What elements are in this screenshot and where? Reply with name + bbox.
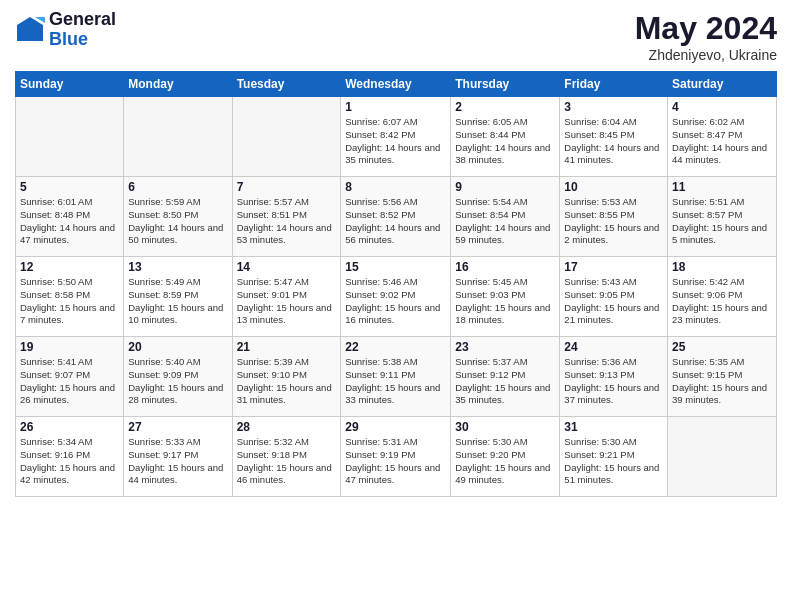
day-number: 16 [455, 260, 555, 274]
day-number: 19 [20, 340, 119, 354]
day-number: 1 [345, 100, 446, 114]
day-info: Sunrise: 5:43 AM Sunset: 9:05 PM Dayligh… [564, 276, 663, 327]
day-of-week-header: Friday [560, 72, 668, 97]
calendar-day-cell [668, 417, 777, 497]
day-info: Sunrise: 5:54 AM Sunset: 8:54 PM Dayligh… [455, 196, 555, 247]
day-info: Sunrise: 5:46 AM Sunset: 9:02 PM Dayligh… [345, 276, 446, 327]
logo-blue: Blue [49, 30, 116, 50]
calendar-day-cell: 17Sunrise: 5:43 AM Sunset: 9:05 PM Dayli… [560, 257, 668, 337]
day-number: 10 [564, 180, 663, 194]
calendar-day-cell: 16Sunrise: 5:45 AM Sunset: 9:03 PM Dayli… [451, 257, 560, 337]
day-number: 4 [672, 100, 772, 114]
day-info: Sunrise: 5:35 AM Sunset: 9:15 PM Dayligh… [672, 356, 772, 407]
page-container: General Blue May 2024 Zhdeniyevo, Ukrain… [0, 0, 792, 507]
day-number: 27 [128, 420, 227, 434]
day-number: 26 [20, 420, 119, 434]
calendar-week-row: 5Sunrise: 6:01 AM Sunset: 8:48 PM Daylig… [16, 177, 777, 257]
day-info: Sunrise: 5:49 AM Sunset: 8:59 PM Dayligh… [128, 276, 227, 327]
day-number: 15 [345, 260, 446, 274]
day-number: 12 [20, 260, 119, 274]
calendar-day-cell: 2Sunrise: 6:05 AM Sunset: 8:44 PM Daylig… [451, 97, 560, 177]
calendar-day-cell: 12Sunrise: 5:50 AM Sunset: 8:58 PM Dayli… [16, 257, 124, 337]
calendar-day-cell: 18Sunrise: 5:42 AM Sunset: 9:06 PM Dayli… [668, 257, 777, 337]
day-of-week-header: Wednesday [341, 72, 451, 97]
logo-general: General [49, 10, 116, 30]
day-number: 17 [564, 260, 663, 274]
calendar-week-row: 12Sunrise: 5:50 AM Sunset: 8:58 PM Dayli… [16, 257, 777, 337]
calendar-week-row: 26Sunrise: 5:34 AM Sunset: 9:16 PM Dayli… [16, 417, 777, 497]
day-number: 28 [237, 420, 337, 434]
day-info: Sunrise: 5:40 AM Sunset: 9:09 PM Dayligh… [128, 356, 227, 407]
calendar-day-cell: 10Sunrise: 5:53 AM Sunset: 8:55 PM Dayli… [560, 177, 668, 257]
calendar-day-cell: 15Sunrise: 5:46 AM Sunset: 9:02 PM Dayli… [341, 257, 451, 337]
calendar-day-cell: 31Sunrise: 5:30 AM Sunset: 9:21 PM Dayli… [560, 417, 668, 497]
day-info: Sunrise: 5:33 AM Sunset: 9:17 PM Dayligh… [128, 436, 227, 487]
day-info: Sunrise: 5:32 AM Sunset: 9:18 PM Dayligh… [237, 436, 337, 487]
calendar: SundayMondayTuesdayWednesdayThursdayFrid… [15, 71, 777, 497]
calendar-day-cell: 7Sunrise: 5:57 AM Sunset: 8:51 PM Daylig… [232, 177, 341, 257]
calendar-day-cell: 22Sunrise: 5:38 AM Sunset: 9:11 PM Dayli… [341, 337, 451, 417]
day-info: Sunrise: 6:05 AM Sunset: 8:44 PM Dayligh… [455, 116, 555, 167]
day-info: Sunrise: 5:59 AM Sunset: 8:50 PM Dayligh… [128, 196, 227, 247]
day-info: Sunrise: 5:39 AM Sunset: 9:10 PM Dayligh… [237, 356, 337, 407]
calendar-day-cell: 9Sunrise: 5:54 AM Sunset: 8:54 PM Daylig… [451, 177, 560, 257]
day-number: 14 [237, 260, 337, 274]
day-info: Sunrise: 5:38 AM Sunset: 9:11 PM Dayligh… [345, 356, 446, 407]
calendar-day-cell: 5Sunrise: 6:01 AM Sunset: 8:48 PM Daylig… [16, 177, 124, 257]
day-number: 29 [345, 420, 446, 434]
day-number: 3 [564, 100, 663, 114]
day-info: Sunrise: 5:30 AM Sunset: 9:20 PM Dayligh… [455, 436, 555, 487]
title-block: May 2024 Zhdeniyevo, Ukraine [635, 10, 777, 63]
calendar-day-cell: 30Sunrise: 5:30 AM Sunset: 9:20 PM Dayli… [451, 417, 560, 497]
calendar-day-cell: 25Sunrise: 5:35 AM Sunset: 9:15 PM Dayli… [668, 337, 777, 417]
header: General Blue May 2024 Zhdeniyevo, Ukrain… [15, 10, 777, 63]
calendar-header-row: SundayMondayTuesdayWednesdayThursdayFrid… [16, 72, 777, 97]
day-info: Sunrise: 5:47 AM Sunset: 9:01 PM Dayligh… [237, 276, 337, 327]
day-info: Sunrise: 5:45 AM Sunset: 9:03 PM Dayligh… [455, 276, 555, 327]
calendar-day-cell: 3Sunrise: 6:04 AM Sunset: 8:45 PM Daylig… [560, 97, 668, 177]
calendar-day-cell: 6Sunrise: 5:59 AM Sunset: 8:50 PM Daylig… [124, 177, 232, 257]
day-of-week-header: Tuesday [232, 72, 341, 97]
day-number: 21 [237, 340, 337, 354]
day-info: Sunrise: 5:30 AM Sunset: 9:21 PM Dayligh… [564, 436, 663, 487]
day-number: 7 [237, 180, 337, 194]
day-of-week-header: Monday [124, 72, 232, 97]
calendar-day-cell: 21Sunrise: 5:39 AM Sunset: 9:10 PM Dayli… [232, 337, 341, 417]
logo-text: General Blue [49, 10, 116, 50]
day-number: 18 [672, 260, 772, 274]
day-info: Sunrise: 5:37 AM Sunset: 9:12 PM Dayligh… [455, 356, 555, 407]
location: Zhdeniyevo, Ukraine [635, 47, 777, 63]
calendar-day-cell [124, 97, 232, 177]
calendar-day-cell: 1Sunrise: 6:07 AM Sunset: 8:42 PM Daylig… [341, 97, 451, 177]
day-of-week-header: Saturday [668, 72, 777, 97]
day-of-week-header: Sunday [16, 72, 124, 97]
day-number: 22 [345, 340, 446, 354]
day-number: 23 [455, 340, 555, 354]
day-info: Sunrise: 6:04 AM Sunset: 8:45 PM Dayligh… [564, 116, 663, 167]
calendar-day-cell: 14Sunrise: 5:47 AM Sunset: 9:01 PM Dayli… [232, 257, 341, 337]
day-info: Sunrise: 6:01 AM Sunset: 8:48 PM Dayligh… [20, 196, 119, 247]
logo-icon [15, 15, 45, 45]
day-info: Sunrise: 5:57 AM Sunset: 8:51 PM Dayligh… [237, 196, 337, 247]
calendar-day-cell: 20Sunrise: 5:40 AM Sunset: 9:09 PM Dayli… [124, 337, 232, 417]
day-number: 11 [672, 180, 772, 194]
day-info: Sunrise: 5:41 AM Sunset: 9:07 PM Dayligh… [20, 356, 119, 407]
month-year: May 2024 [635, 10, 777, 47]
calendar-day-cell: 4Sunrise: 6:02 AM Sunset: 8:47 PM Daylig… [668, 97, 777, 177]
day-info: Sunrise: 6:07 AM Sunset: 8:42 PM Dayligh… [345, 116, 446, 167]
calendar-day-cell: 28Sunrise: 5:32 AM Sunset: 9:18 PM Dayli… [232, 417, 341, 497]
calendar-day-cell: 8Sunrise: 5:56 AM Sunset: 8:52 PM Daylig… [341, 177, 451, 257]
logo: General Blue [15, 10, 116, 50]
day-number: 20 [128, 340, 227, 354]
day-info: Sunrise: 6:02 AM Sunset: 8:47 PM Dayligh… [672, 116, 772, 167]
calendar-day-cell: 27Sunrise: 5:33 AM Sunset: 9:17 PM Dayli… [124, 417, 232, 497]
calendar-day-cell [232, 97, 341, 177]
day-number: 25 [672, 340, 772, 354]
day-info: Sunrise: 5:53 AM Sunset: 8:55 PM Dayligh… [564, 196, 663, 247]
calendar-day-cell: 13Sunrise: 5:49 AM Sunset: 8:59 PM Dayli… [124, 257, 232, 337]
day-info: Sunrise: 5:42 AM Sunset: 9:06 PM Dayligh… [672, 276, 772, 327]
calendar-day-cell: 23Sunrise: 5:37 AM Sunset: 9:12 PM Dayli… [451, 337, 560, 417]
day-info: Sunrise: 5:56 AM Sunset: 8:52 PM Dayligh… [345, 196, 446, 247]
calendar-day-cell [16, 97, 124, 177]
calendar-day-cell: 26Sunrise: 5:34 AM Sunset: 9:16 PM Dayli… [16, 417, 124, 497]
